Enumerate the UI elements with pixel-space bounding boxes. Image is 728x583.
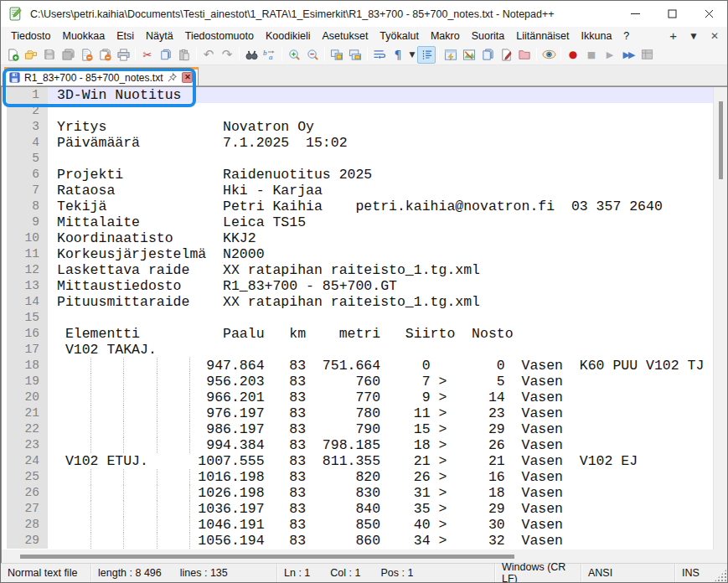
menu-item-etsi[interactable]: Etsi <box>111 28 140 44</box>
menu-item-ikkuna[interactable]: Ikkuna <box>576 28 618 44</box>
menu-item-suorita[interactable]: Suorita <box>466 28 511 44</box>
monitoring-icon[interactable] <box>540 46 558 64</box>
redo-icon[interactable]: ↷ <box>218 46 236 64</box>
minimize-button[interactable] <box>617 1 653 27</box>
document-switcher-icon[interactable] <box>497 46 515 64</box>
replace-icon[interactable]: ba <box>261 46 279 64</box>
macro-stop-icon[interactable]: ■ <box>582 46 601 64</box>
new-tab-button[interactable]: + <box>669 28 677 43</box>
open-file-icon[interactable] <box>22 46 40 64</box>
document-list-icon[interactable] <box>478 46 497 64</box>
menu-item-asetukset[interactable]: Asetukset <box>316 28 374 44</box>
text-area[interactable]: 13D-Win Nuotitus23Yritys Novatron Oy4Päi… <box>1 87 713 549</box>
editor-line-22[interactable]: 22 986.197 83 790 15 > 29 Vasen <box>2 421 713 437</box>
editor-line-2[interactable]: 2 <box>2 103 713 119</box>
editor[interactable]: 13D-Win Nuotitus23Yritys Novatron Oy4Päi… <box>1 86 727 549</box>
folder-as-workspace-icon[interactable] <box>515 46 534 64</box>
eol-format-label[interactable]: Windows (CR LF) <box>502 561 581 583</box>
indent-guide-line <box>123 485 124 501</box>
close-button[interactable] <box>690 1 727 27</box>
sync-vertical-scroll-icon[interactable] <box>328 46 346 64</box>
editor-line-1[interactable]: 13D-Win Nuotitus <box>2 87 713 103</box>
editor-line-10[interactable]: 10Koordinaatisto KKJ2 <box>2 230 713 246</box>
show-all-characters-dropdown-icon[interactable]: ▼ <box>407 46 417 64</box>
editor-line-20[interactable]: 20 966.201 83 770 9 > 14 Vasen <box>2 390 713 405</box>
macro-save-icon[interactable] <box>638 46 656 64</box>
copy-icon[interactable] <box>157 46 175 64</box>
editor-line-17[interactable]: 17 V102 TAKAJ. <box>2 342 713 358</box>
indent-guide-line <box>123 405 124 421</box>
macro-record-icon[interactable]: ● <box>564 46 582 64</box>
editor-line-23[interactable]: 23 994.384 83 798.185 18 > 26 Vasen <box>2 437 713 453</box>
editor-line-21[interactable]: 21 976.197 83 780 11 > 23 Vasen <box>2 405 713 421</box>
macro-run-multiple-icon[interactable]: ▶▶ <box>619 46 638 64</box>
indent-guide-line <box>90 405 91 421</box>
editor-line-28[interactable]: 28 1046.191 83 850 40 > 30 Vasen <box>2 517 713 533</box>
editor-line-19[interactable]: 19 956.203 83 760 7 > 5 Vasen <box>2 374 713 390</box>
menu-item-koodikieli[interactable]: Koodikieli <box>260 28 317 44</box>
menu-item-n-yt-[interactable]: Näytä <box>140 28 179 44</box>
editor-line-25[interactable]: 25 1016.198 83 820 26 > 16 Vasen <box>2 469 713 485</box>
paste-icon[interactable] <box>175 46 194 64</box>
sync-horizontal-scroll-icon[interactable] <box>346 46 364 64</box>
menu-item-tiedostomuoto[interactable]: Tiedostomuoto <box>179 28 260 44</box>
menu-item-muokkaa[interactable]: Muokkaa <box>56 28 111 44</box>
find-icon[interactable] <box>242 46 261 64</box>
cut-icon[interactable]: ✂ <box>138 46 157 64</box>
editor-line-13[interactable]: 13Mittaustiedosto R1_83+700 - 85+700.GT <box>2 278 713 294</box>
editor-line-11[interactable]: 11Korkeusjärjestelmä N2000 <box>2 246 713 262</box>
pin-icon[interactable] <box>167 72 178 83</box>
editor-line-6[interactable]: 6Projekti Raidenuotitus 2025 <box>2 167 713 183</box>
line-number: 5 <box>2 151 48 167</box>
line-text <box>48 151 713 167</box>
menu-item-ty-kalut[interactable]: Työkalut <box>374 28 425 44</box>
close-file-icon[interactable] <box>77 46 96 64</box>
show-all-characters-icon[interactable]: ¶ <box>389 46 407 64</box>
editor-line-27[interactable]: 27 1036.197 83 840 35 > 29 Vasen <box>2 501 713 517</box>
editor-line-14[interactable]: 14Pituusmittaraide XX ratapihan raiteist… <box>2 294 713 310</box>
editor-line-16[interactable]: 16 Elementti Paalu km metri Siirto Nosto <box>2 326 713 342</box>
zoom-in-icon[interactable] <box>285 46 303 64</box>
undo-icon[interactable]: ↶ <box>199 46 218 64</box>
insert-mode-label[interactable]: INS <box>682 567 700 579</box>
editor-line-9[interactable]: 9Mittalaite Leica TS15 <box>2 214 713 230</box>
tab-list-button[interactable]: ▼ <box>689 30 699 42</box>
document-map-icon[interactable] <box>460 46 478 64</box>
editor-line-3[interactable]: 3Yritys Novatron Oy <box>2 119 713 135</box>
editor-line-15[interactable]: 15 <box>2 310 713 326</box>
vertical-scrollbar[interactable] <box>713 87 727 549</box>
editor-line-24[interactable]: 24 V102 ETUJ. 1007.555 83 811.355 21 > 2… <box>2 453 713 469</box>
menu-item-makro[interactable]: Makro <box>425 28 466 44</box>
line-number: 18 <box>2 358 48 374</box>
tab-close-icon[interactable]: ✕ <box>182 72 193 83</box>
horizontal-scrollbar[interactable] <box>1 549 727 563</box>
save-icon[interactable] <box>40 46 59 64</box>
editor-line-5[interactable]: 5 <box>2 151 713 167</box>
menu-item-liit-nn-iset[interactable]: Liitännäiset <box>510 28 575 44</box>
encoding-label[interactable]: ANSI <box>588 567 612 579</box>
macro-play-icon[interactable]: ▶ <box>601 46 619 64</box>
function-list-icon[interactable] <box>441 46 460 64</box>
new-file-icon[interactable] <box>3 46 22 64</box>
save-all-icon[interactable] <box>59 46 77 64</box>
tab-notes-file[interactable]: R1_83+700 - 85+700_notes.txt ✕ <box>4 67 199 85</box>
editor-line-29[interactable]: 29 1056.194 83 860 34 > 32 Vasen <box>2 533 713 549</box>
close-tab-button[interactable]: ✕ <box>710 30 719 42</box>
close-all-icon[interactable] <box>96 46 114 64</box>
menu-item--[interactable]: ? <box>617 28 635 44</box>
maximize-button[interactable] <box>653 1 690 27</box>
editor-line-4[interactable]: 4Päivämäärä 7.1.2025 15:02 <box>2 135 713 151</box>
horizontal-scrollbar-thumb[interactable] <box>20 555 514 559</box>
editor-line-8[interactable]: 8Tekijä Petri Kaihia petri.kaihia@novatr… <box>2 199 713 214</box>
indent-guide-icon[interactable] <box>417 46 436 64</box>
editor-line-18[interactable]: 18 947.864 83 751.664 0 0 Vasen K60 PUU … <box>2 358 713 374</box>
resize-grip[interactable] <box>714 569 727 582</box>
editor-line-26[interactable]: 26 1026.198 83 830 31 > 18 Vasen <box>2 485 713 501</box>
print-icon[interactable] <box>114 46 132 64</box>
editor-line-7[interactable]: 7Rataosa Hki - Karjaa <box>2 183 713 199</box>
word-wrap-icon[interactable] <box>370 46 389 64</box>
zoom-out-icon[interactable] <box>303 46 322 64</box>
menu-item-tiedosto[interactable]: Tiedosto <box>5 28 56 44</box>
vertical-scrollbar-thumb[interactable] <box>719 101 723 179</box>
editor-line-12[interactable]: 12Laskettava raide XX ratapihan raiteist… <box>2 262 713 278</box>
